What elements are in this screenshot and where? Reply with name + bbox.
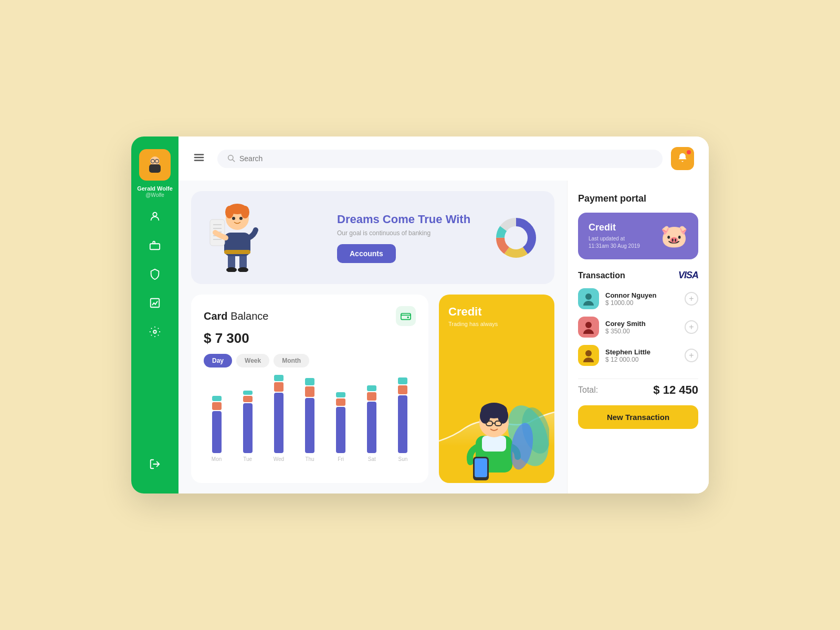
app-container: Gerald Wolfe @Wolfe xyxy=(131,136,709,494)
sidebar-item-settings[interactable] xyxy=(149,326,161,340)
bar-label: Wed xyxy=(274,456,284,462)
transaction-header: Transaction VISA xyxy=(578,270,698,281)
search-bar xyxy=(217,150,663,168)
tab-day[interactable]: Day xyxy=(204,354,232,368)
total-row: Total: $ 12 450 xyxy=(578,383,698,397)
svg-line-14 xyxy=(233,160,235,162)
bar-chart: Mon Tue xyxy=(204,375,416,471)
user-handle: @Wolfe xyxy=(145,192,164,198)
bar-group-wed: Wed xyxy=(266,375,291,462)
content: Dreams Come True With Our goal is contin… xyxy=(178,181,709,494)
transaction-item-3: Stephen Little $ 12 000.00 + xyxy=(578,345,698,366)
banner-illustration xyxy=(206,204,269,272)
banner-title: Dreams Come True With xyxy=(337,213,482,226)
trans-info-1: Connor Nguyen $ 1000.00 xyxy=(605,291,678,307)
visa-label: VISA xyxy=(678,270,698,281)
bottom-row: Card Balance $ 7 300 Day xyxy=(191,295,554,483)
search-input[interactable] xyxy=(239,154,653,163)
banner: Dreams Come True With Our goal is contin… xyxy=(191,191,554,284)
svg-point-6 xyxy=(153,213,156,216)
transaction-list: Connor Nguyen $ 1000.00 + xyxy=(578,288,698,366)
trans-info-2: Corey Smith $ 350.00 xyxy=(605,320,678,335)
svg-rect-43 xyxy=(482,436,506,452)
tab-week[interactable]: Week xyxy=(236,354,269,368)
cc-updated-text: Last updated at11:31am 30 Aug 2019 xyxy=(589,235,640,250)
bar-group-tue: Tue xyxy=(235,391,260,462)
wallet-icon xyxy=(396,306,416,326)
transaction-item-2: Corey Smith $ 350.00 + xyxy=(578,317,698,338)
trans-name-2: Corey Smith xyxy=(605,320,678,328)
trans-amount-1: $ 1000.00 xyxy=(605,299,678,307)
svg-rect-7 xyxy=(150,244,160,250)
svg-point-32 xyxy=(239,217,243,220)
sidebar-nav xyxy=(149,211,161,458)
credit-card-purple: Credit Last updated at11:31am 30 Aug 201… xyxy=(578,213,698,259)
trans-name-1: Connor Nguyen xyxy=(605,291,678,299)
left-panel: Dreams Come True With Our goal is contin… xyxy=(178,181,567,494)
bar-label: Sat xyxy=(368,456,376,462)
trans-amount-2: $ 350.00 xyxy=(605,328,678,335)
card-balance-amount: $ 7 300 xyxy=(204,330,416,346)
svg-rect-52 xyxy=(475,458,487,477)
credit-card-label: Credit xyxy=(448,305,545,319)
svg-rect-2 xyxy=(149,164,161,173)
bell-icon xyxy=(677,152,688,165)
total-amount: $ 12 450 xyxy=(653,383,698,397)
transaction-title: Transaction xyxy=(578,271,625,280)
add-connor-button[interactable]: + xyxy=(685,292,698,306)
bar-label: Thu xyxy=(305,456,314,462)
tab-month[interactable]: Month xyxy=(274,354,309,368)
trans-info-3: Stephen Little $ 12 000.00 xyxy=(605,348,678,363)
add-stephen-button[interactable]: + xyxy=(685,349,698,362)
svg-point-18 xyxy=(238,267,248,272)
sidebar-item-profile[interactable] xyxy=(149,211,161,225)
bar-group-fri: Fri xyxy=(328,392,354,462)
svg-point-17 xyxy=(226,267,237,272)
payment-portal-title: Payment portal xyxy=(578,193,698,204)
svg-rect-20 xyxy=(224,250,250,254)
search-icon xyxy=(227,154,235,164)
svg-point-39 xyxy=(407,317,409,318)
svg-point-54 xyxy=(585,293,592,300)
user-name: Gerald Wolfe xyxy=(137,185,173,192)
credit-illustration xyxy=(444,394,549,483)
credit-card-yellow: Credit Trading has always xyxy=(439,295,554,483)
svg-rect-8 xyxy=(151,299,160,308)
total-label: Total: xyxy=(578,385,598,395)
logout-icon[interactable] xyxy=(149,458,161,472)
svg-point-9 xyxy=(153,331,156,334)
notification-button[interactable] xyxy=(671,147,694,170)
trans-amount-3: $ 12 000.00 xyxy=(605,356,678,363)
sidebar-item-briefcase[interactable] xyxy=(149,239,161,254)
bar-label: Fri xyxy=(338,456,344,462)
svg-point-56 xyxy=(585,350,592,356)
trans-name-3: Stephen Little xyxy=(605,348,678,356)
banner-text: Dreams Come True With Our goal is contin… xyxy=(337,213,482,263)
avatar-connor xyxy=(578,288,599,309)
credit-card-sub: Trading has always xyxy=(448,321,545,327)
menu-icon[interactable] xyxy=(193,152,205,166)
svg-rect-38 xyxy=(401,313,411,320)
banner-subtitle: Our goal is continuous of banking xyxy=(337,229,482,237)
bar-group-mon: Mon xyxy=(204,396,229,462)
cc-info: Credit Last updated at11:31am 30 Aug 201… xyxy=(589,222,640,250)
card-balance-panel: Card Balance $ 7 300 Day xyxy=(191,295,428,483)
sidebar: Gerald Wolfe @Wolfe xyxy=(131,136,178,494)
transaction-item-1: Connor Nguyen $ 1000.00 + xyxy=(578,288,698,309)
new-transaction-button[interactable]: New Transaction xyxy=(578,405,698,429)
avatar xyxy=(139,149,171,181)
sidebar-item-analytics[interactable] xyxy=(149,297,161,311)
bar-group-sat: Sat xyxy=(359,385,385,462)
avatar-corey xyxy=(578,317,599,338)
divider xyxy=(578,379,698,379)
svg-point-29 xyxy=(225,206,234,218)
svg-point-55 xyxy=(585,322,592,328)
accounts-button[interactable]: Accounts xyxy=(337,244,396,263)
add-corey-button[interactable]: + xyxy=(685,320,698,334)
time-tabs: Day Week Month xyxy=(204,354,416,368)
piggy-bank-icon: 🐷 xyxy=(660,223,688,249)
bar-label: Sun xyxy=(398,456,408,462)
card-balance-header: Card Balance xyxy=(204,306,416,326)
bar-group-thu: Thu xyxy=(297,378,322,462)
sidebar-item-security[interactable] xyxy=(149,268,161,282)
